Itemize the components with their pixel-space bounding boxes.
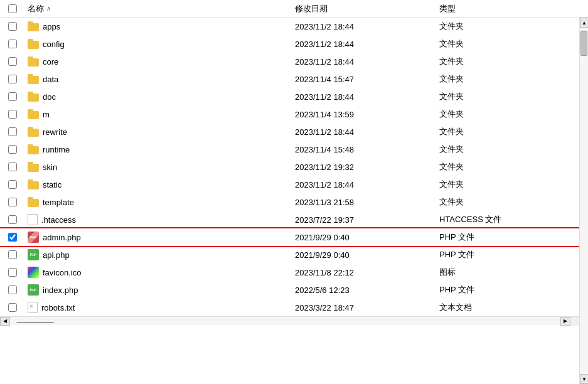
file-type: 图标 — [439, 267, 579, 278]
header-type-col[interactable]: 类型 — [439, 3, 588, 14]
header-checkbox-col[interactable] — [0, 4, 25, 13]
header-date-col[interactable]: 修改日期 — [295, 3, 439, 14]
file-row-data[interactable]: data2023/11/4 15:47文件夹 — [0, 70, 579, 88]
file-checkbox[interactable] — [8, 22, 17, 31]
h-scrollbar-thumb[interactable] — [16, 322, 54, 323]
row-checkbox[interactable] — [0, 180, 25, 189]
file-checkbox[interactable] — [8, 180, 17, 189]
file-type: 文件夹 — [439, 126, 579, 137]
file-row-robots-txt[interactable]: robots.txt2023/3/22 18:47文本文档 — [0, 299, 579, 316]
file-checkbox[interactable] — [8, 57, 17, 66]
file-name-text: robots.txt — [41, 303, 75, 312]
row-name-col: template — [25, 197, 295, 207]
file-row-skin[interactable]: skin2023/11/2 19:32文件夹 — [0, 158, 579, 176]
scroll-down-button[interactable]: ▼ — [580, 374, 588, 384]
file-type: 文件夹 — [439, 91, 579, 102]
folder-icon — [28, 74, 39, 84]
header-name-col[interactable]: 名称 ∧ — [25, 3, 295, 14]
file-row-runtime[interactable]: runtime2023/11/4 15:48文件夹 — [0, 141, 579, 158]
row-checkbox[interactable] — [0, 22, 25, 31]
file-checkbox[interactable] — [8, 127, 17, 136]
row-checkbox[interactable] — [0, 163, 25, 171]
file-date: 2021/9/29 0:40 — [295, 250, 439, 260]
folder-icon — [28, 56, 39, 67]
file-type: HTACCESS 文件 — [439, 214, 579, 225]
file-checkbox[interactable] — [8, 268, 17, 277]
file-row-rewrite[interactable]: rewrite2023/11/2 18:44文件夹 — [0, 123, 579, 141]
row-checkbox[interactable] — [0, 75, 25, 83]
file-checkbox[interactable] — [8, 145, 17, 154]
file-type: PHP 文件 — [439, 284, 579, 296]
row-checkbox[interactable] — [0, 57, 25, 66]
row-name-col: runtime — [25, 144, 295, 154]
file-checkbox[interactable] — [8, 92, 17, 101]
file-name-text: data — [43, 75, 58, 84]
folder-icon — [28, 179, 39, 189]
row-name-col: m — [25, 109, 295, 119]
row-checkbox[interactable] — [0, 92, 25, 101]
row-checkbox[interactable] — [0, 303, 25, 312]
scroll-right-button[interactable]: ▶ — [560, 317, 570, 326]
folder-icon — [28, 21, 39, 31]
file-name-text: apps — [43, 22, 60, 31]
htaccess-icon — [28, 214, 38, 225]
row-checkbox[interactable] — [0, 145, 25, 154]
file-checkbox[interactable] — [8, 285, 17, 294]
file-checkbox[interactable] — [8, 215, 17, 224]
row-checkbox[interactable] — [0, 198, 25, 206]
row-checkbox[interactable] — [0, 215, 25, 224]
scroll-left-button[interactable]: ◀ — [0, 317, 10, 326]
scroll-up-button[interactable]: ▲ — [580, 18, 588, 28]
select-all-checkbox[interactable] — [8, 4, 17, 13]
row-checkbox[interactable] — [0, 127, 25, 136]
file-row--htaccess[interactable]: .htaccess2023/7/22 19:37HTACCESS 文件 — [0, 211, 579, 228]
file-row-favicon-ico[interactable]: favicon.ico2023/11/8 22:12图标 — [0, 264, 579, 281]
file-checkbox[interactable] — [8, 110, 17, 119]
file-row-apps[interactable]: apps2023/11/2 18:44文件夹 — [0, 18, 579, 35]
file-type: 文件夹 — [439, 21, 579, 32]
file-row-template[interactable]: template2023/11/3 21:58文件夹 — [0, 193, 579, 211]
file-name-text: doc — [43, 92, 56, 102]
horizontal-scrollbar[interactable]: ◀ ▶ — [0, 316, 579, 325]
v-scrollbar-track[interactable] — [580, 28, 588, 374]
sort-arrow-icon: ∧ — [46, 5, 51, 12]
file-type: 文件夹 — [439, 109, 579, 120]
table-header: 名称 ∧ 修改日期 类型 — [0, 0, 588, 18]
file-row-api-php[interactable]: PHPapi.php2021/9/29 0:40PHP 文件 — [0, 246, 579, 264]
file-type: 文件夹 — [439, 161, 579, 173]
row-name-col: PHPapi.php — [25, 249, 295, 260]
file-name-text: config — [43, 40, 65, 49]
file-row-index-php[interactable]: PHPindex.php2022/5/6 12:23PHP 文件 — [0, 281, 579, 299]
row-checkbox[interactable] — [0, 40, 25, 48]
file-row-core[interactable]: core2023/11/2 18:44文件夹 — [0, 53, 579, 70]
row-checkbox[interactable] — [0, 110, 25, 119]
file-name-text: m — [43, 110, 50, 119]
row-name-col: robots.txt — [25, 302, 295, 313]
row-checkbox[interactable] — [0, 233, 25, 242]
file-checkbox[interactable] — [8, 303, 17, 312]
row-checkbox[interactable] — [0, 285, 25, 294]
file-row-doc[interactable]: doc2023/11/2 18:44文件夹 — [0, 88, 579, 105]
file-row-admin-php[interactable]: PHPadmin.php2021/9/29 0:40PHP 文件 — [0, 228, 579, 246]
row-name-col: data — [25, 74, 295, 84]
scrollbar-corner — [570, 317, 579, 326]
file-row-static[interactable]: static2023/11/2 18:44文件夹 — [0, 176, 579, 193]
file-checkbox[interactable] — [8, 40, 17, 48]
row-checkbox[interactable] — [0, 268, 25, 277]
v-scrollbar-thumb[interactable] — [580, 31, 587, 56]
row-checkbox[interactable] — [0, 250, 25, 259]
file-checkbox[interactable] — [8, 250, 17, 259]
file-type: 文件夹 — [439, 196, 579, 208]
file-checkbox[interactable] — [8, 75, 17, 83]
file-date: 2021/9/29 0:40 — [295, 233, 439, 242]
file-date: 2023/11/4 15:47 — [295, 75, 439, 84]
file-checkbox[interactable] — [8, 233, 17, 242]
vertical-scrollbar[interactable]: ▲ ▼ — [579, 18, 588, 384]
file-checkbox[interactable] — [8, 198, 17, 206]
row-name-col: static — [25, 179, 295, 189]
file-row-config[interactable]: config2023/11/2 18:44文件夹 — [0, 35, 579, 53]
php-icon: PHP — [28, 284, 39, 296]
file-checkbox[interactable] — [8, 163, 17, 171]
file-row-m[interactable]: m2023/11/4 13:59文件夹 — [0, 105, 579, 123]
col-type-label: 类型 — [439, 4, 456, 13]
